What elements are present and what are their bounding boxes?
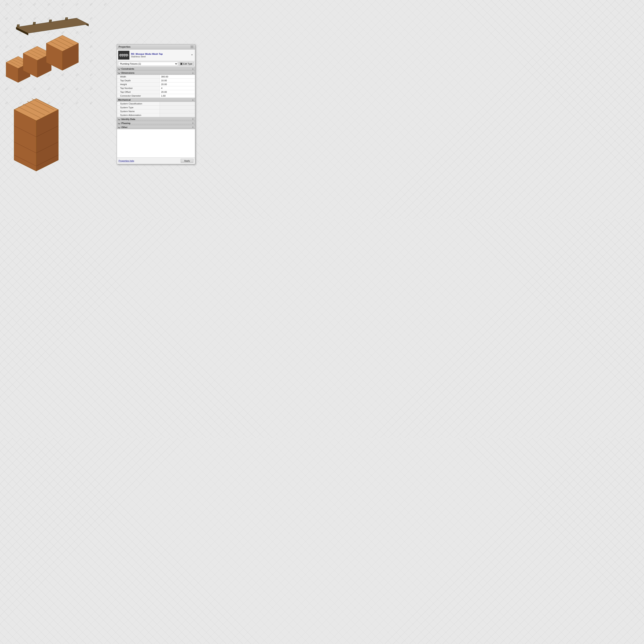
wooden-box-large	[14, 99, 58, 171]
svg-text:RD: RD	[89, 2, 93, 6]
svg-text:RD: RD	[75, 87, 79, 91]
svg-text:RD: RD	[75, 101, 79, 105]
identity-data-expand-icon: ▼	[192, 118, 194, 120]
svg-text:RD: RD	[75, 73, 79, 77]
prop-label-width: Width	[117, 75, 160, 78]
prop-label-system-type: System Type	[117, 106, 160, 109]
svg-point-64	[34, 23, 35, 24]
properties-scroll-area[interactable]: Constraints ▲ Dimensions ▲ Width 300.00 …	[117, 67, 195, 157]
svg-text:RD: RD	[61, 73, 65, 77]
panel-header: RD_Mosque Wudu Wash Tap Stainless Steel …	[117, 50, 195, 61]
prop-label-system-classification: System Classification	[117, 102, 160, 105]
prop-row-tap-offset: Tap Offset 20.00	[117, 90, 195, 94]
svg-text:RD: RD	[19, 101, 23, 105]
svg-point-68	[66, 18, 67, 19]
svg-text:RD: RD	[5, 45, 9, 49]
prop-value-system-name[interactable]	[160, 109, 195, 113]
svg-text:RD: RD	[61, 17, 65, 21]
apply-button[interactable]: Apply	[181, 159, 193, 163]
element-title: RD_Mosque Wudu Wash Tap	[131, 53, 189, 56]
section-phasing[interactable]: Phasing ▼	[117, 121, 195, 125]
svg-text:RD: RD	[89, 31, 93, 35]
svg-text:RD: RD	[5, 87, 9, 91]
prop-row-system-abbreviation: System Abbreviation	[117, 113, 195, 117]
svg-text:RD: RD	[89, 17, 93, 21]
other-label: Other	[121, 126, 128, 128]
close-button[interactable]: ×	[191, 45, 193, 48]
svg-text:RD: RD	[33, 87, 37, 91]
prop-row-width: Width 300.00	[117, 75, 195, 79]
prop-label-connector-diameter: Connector Diameter	[117, 94, 160, 98]
prop-value-width[interactable]: 300.00	[160, 75, 195, 78]
section-mechanical[interactable]: Mechanical ▲	[117, 98, 195, 102]
svg-text:RD: RD	[103, 2, 107, 6]
dimensions-expand-icon: ▲	[192, 72, 194, 74]
prop-row-height: Height 20.00	[117, 83, 195, 86]
svg-text:RD: RD	[61, 87, 65, 91]
phasing-expand-icon: ▼	[192, 122, 194, 124]
svg-text:RD: RD	[19, 87, 23, 91]
prop-label-system-abbreviation: System Abbreviation	[117, 113, 160, 117]
svg-text:RD: RD	[89, 73, 93, 77]
edit-type-label: Edit Type	[183, 63, 192, 65]
svg-point-62	[18, 25, 19, 26]
prop-value-tap-number[interactable]: 4	[160, 86, 195, 90]
prop-value-system-type[interactable]	[160, 106, 195, 109]
panel-title: Properties	[119, 45, 130, 48]
svg-text:RD: RD	[47, 73, 51, 77]
prop-value-tap-depth[interactable]: 10.00	[160, 79, 195, 82]
svg-text:RD: RD	[19, 17, 23, 21]
constraints-label: Constraints	[121, 68, 134, 70]
section-other[interactable]: Other ▼	[117, 125, 195, 129]
phasing-label: Phasing	[121, 122, 130, 124]
svg-text:RD: RD	[75, 2, 79, 6]
prop-row-tap-depth: Tap Depth 10.00	[117, 79, 195, 83]
prop-label-system-name: System Name	[117, 109, 160, 113]
svg-text:RD: RD	[61, 2, 65, 6]
svg-point-66	[50, 20, 51, 22]
svg-text:RD: RD	[5, 17, 9, 21]
instance-selector[interactable]: Plumbing Fixtures (1)	[118, 62, 178, 66]
prop-value-height[interactable]: 20.00	[160, 83, 195, 86]
prop-value-connector-diameter[interactable]: 1.60	[160, 94, 195, 98]
svg-text:RD: RD	[33, 2, 37, 6]
dimensions-label: Dimensions	[121, 72, 134, 74]
prop-row-system-classification: System Classification	[117, 102, 195, 106]
constraints-expand-icon: ▲	[192, 68, 194, 70]
edit-type-button[interactable]: ■ Edit Type	[179, 62, 194, 66]
prop-value-tap-offset[interactable]: 20.00	[160, 90, 195, 94]
section-constraints[interactable]: Constraints ▲	[117, 67, 195, 71]
prop-label-tap-offset: Tap Offset	[117, 90, 160, 94]
element-info: RD_Mosque Wudu Wash Tap Stainless Steel	[131, 53, 189, 58]
svg-text:RD: RD	[19, 45, 23, 49]
prop-row-tap-number: Tap Number 4	[117, 86, 195, 90]
empty-space	[117, 129, 195, 157]
properties-panel: Properties × RD_Mosque Wudu Wash Tap Sta…	[117, 44, 195, 164]
prop-row-connector-diameter: Connector Diameter 1.60	[117, 94, 195, 98]
svg-text:RD: RD	[33, 17, 37, 21]
prop-label-height: Height	[117, 83, 160, 86]
svg-text:RD: RD	[5, 2, 9, 6]
svg-text:RD: RD	[5, 31, 9, 35]
svg-text:RD: RD	[47, 2, 51, 6]
prop-row-system-type: System Type	[117, 106, 195, 109]
section-identity-data[interactable]: Identity Data ▼	[117, 117, 195, 121]
svg-text:RD: RD	[89, 59, 93, 63]
prop-row-system-name: System Name	[117, 109, 195, 113]
prop-value-system-classification[interactable]	[160, 102, 195, 105]
prop-label-tap-number: Tap Number	[117, 86, 160, 90]
section-dimensions[interactable]: Dimensions ▲	[117, 71, 195, 75]
svg-text:RD: RD	[75, 31, 79, 35]
properties-help-link[interactable]: Properties help	[119, 160, 134, 162]
identity-data-label: Identity Data	[121, 118, 135, 120]
prop-value-system-abbreviation[interactable]	[160, 113, 195, 117]
edit-type-icon: ■	[180, 63, 183, 65]
header-dropdown-arrow[interactable]: ▼	[191, 54, 194, 57]
element-subtitle: Stainless Steel	[131, 55, 189, 58]
other-expand-icon: ▼	[192, 126, 194, 128]
svg-text:RD: RD	[61, 31, 65, 35]
panel-titlebar: Properties ×	[117, 44, 195, 50]
element-preview	[118, 51, 129, 60]
svg-text:RD: RD	[19, 2, 23, 6]
panel-footer: Properties help Apply	[117, 157, 195, 164]
